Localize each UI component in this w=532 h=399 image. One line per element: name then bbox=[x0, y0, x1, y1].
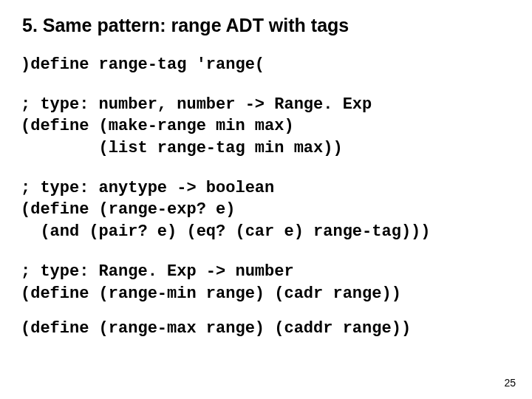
code-range-min: ; type: Range. Exp -> number (define (ra… bbox=[21, 261, 511, 304]
code-make-range: ; type: number, number -> Range. Exp (de… bbox=[21, 94, 511, 160]
code-range-exp: ; type: anytype -> boolean (define (rang… bbox=[21, 177, 511, 243]
slide: 5. Same pattern: range ADT with tags )de… bbox=[0, 0, 532, 399]
code-range-max: (define (range-max range) (caddr range)) bbox=[21, 318, 511, 340]
code-define-tag: )define range-tag 'range( bbox=[21, 54, 511, 76]
slide-title: 5. Same pattern: range ADT with tags bbox=[22, 15, 511, 36]
page-number: 25 bbox=[504, 377, 516, 389]
